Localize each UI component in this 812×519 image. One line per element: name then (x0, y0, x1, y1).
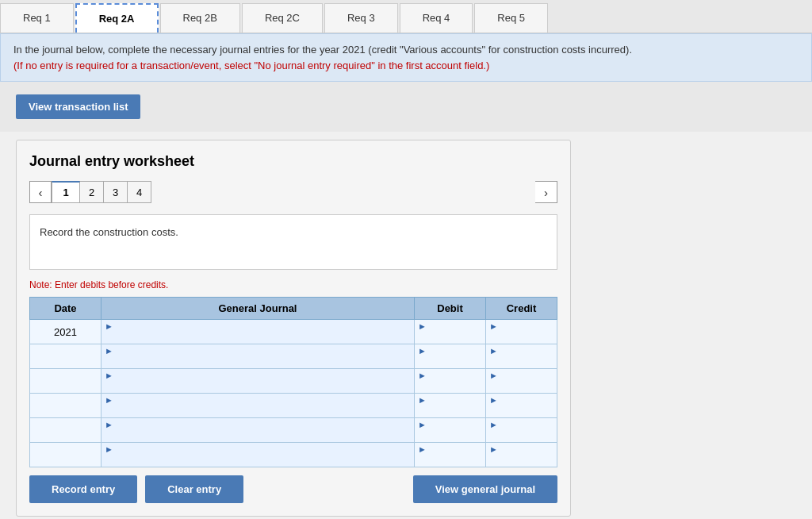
cell-arrow-icon: ► (105, 371, 113, 380)
cell-arrow-icon: ► (418, 371, 427, 380)
credit-input-2[interactable] (489, 356, 553, 368)
note-text: Note: Enter debits before credits. (29, 279, 557, 290)
clear-entry-button[interactable]: Clear entry (145, 475, 243, 503)
tab-req3[interactable]: Req 3 (324, 3, 398, 33)
instruction-main-text: In the journal below, complete the neces… (13, 44, 632, 56)
journal-input-6[interactable] (105, 455, 411, 467)
date-cell-2 (30, 344, 102, 369)
date-cell-1: 2021 (30, 320, 102, 344)
view-transaction-list-button[interactable]: View transaction list (16, 94, 140, 119)
debit-cell-4[interactable]: ► (415, 394, 486, 418)
credit-input-3[interactable] (489, 381, 553, 393)
journal-cell-1[interactable]: ► (102, 320, 415, 344)
credit-input-5[interactable] (489, 430, 553, 442)
table-row: ► ► ► (30, 369, 557, 394)
journal-cell-5[interactable]: ► (102, 418, 415, 443)
page-2[interactable]: 2 (80, 181, 104, 203)
cell-arrow-icon: ► (418, 444, 427, 454)
credit-cell-2[interactable]: ► (486, 344, 557, 369)
main-content: Journal entry worksheet ‹ 1 2 3 4 › Reco… (0, 132, 812, 519)
date-cell-4 (30, 394, 102, 418)
col-header-credit: Credit (486, 298, 557, 320)
view-general-journal-button[interactable]: View general journal (413, 475, 557, 503)
debit-input-4[interactable] (418, 406, 482, 417)
cell-arrow-icon: ► (105, 321, 113, 331)
cell-arrow-icon: ► (418, 395, 427, 405)
col-header-date: Date (30, 298, 102, 320)
credit-cell-3[interactable]: ► (486, 369, 557, 394)
debit-cell-1[interactable]: ► (415, 320, 486, 344)
tab-req2a[interactable]: Req 2A (75, 3, 159, 33)
tab-req2b[interactable]: Req 2B (160, 3, 240, 33)
tab-req2c[interactable]: Req 2C (242, 3, 323, 33)
date-value-1: 2021 (54, 326, 77, 338)
debit-input-2[interactable] (418, 356, 482, 368)
cell-arrow-icon: ► (105, 444, 113, 454)
col-header-debit: Debit (415, 298, 486, 320)
credit-input-4[interactable] (489, 406, 553, 417)
journal-table: Date General Journal Debit Credit 2021 ► (29, 297, 557, 467)
journal-input-5[interactable] (105, 430, 411, 442)
debit-input-6[interactable] (418, 455, 482, 467)
cell-arrow-icon: ► (105, 346, 113, 356)
page-1[interactable]: 1 (52, 181, 80, 203)
table-row: ► ► ► (30, 394, 557, 418)
credit-cell-5[interactable]: ► (486, 418, 557, 443)
description-box: Record the construction costs. (29, 214, 557, 270)
cell-arrow-icon: ► (418, 346, 427, 356)
debit-input-1[interactable] (418, 332, 482, 344)
debit-cell-6[interactable]: ► (415, 443, 486, 467)
next-page-button[interactable]: › (535, 181, 557, 203)
cell-arrow-icon: ► (418, 321, 427, 331)
journal-cell-4[interactable]: ► (102, 394, 415, 418)
journal-input-1[interactable] (105, 332, 411, 344)
debit-cell-3[interactable]: ► (415, 369, 486, 394)
description-text: Record the construction costs. (40, 226, 178, 238)
tab-req5[interactable]: Req 5 (474, 3, 548, 33)
page-navigation: ‹ 1 2 3 4 › (29, 181, 557, 203)
prev-page-button[interactable]: ‹ (29, 181, 52, 203)
cell-arrow-icon: ► (418, 420, 427, 429)
credit-cell-1[interactable]: ► (486, 320, 557, 344)
page-4[interactable]: 4 (128, 181, 151, 203)
page-3[interactable]: 3 (104, 181, 128, 203)
journal-cell-3[interactable]: ► (102, 369, 415, 394)
credit-input-6[interactable] (489, 455, 553, 467)
journal-cell-6[interactable]: ► (102, 443, 415, 467)
record-entry-button[interactable]: Record entry (29, 475, 137, 503)
cell-arrow-icon: ► (489, 321, 498, 331)
worksheet-title: Journal entry worksheet (29, 153, 557, 170)
cell-arrow-icon: ► (489, 420, 498, 429)
table-row: 2021 ► ► ► (30, 320, 557, 344)
journal-cell-2[interactable]: ► (102, 344, 415, 369)
cell-arrow-icon: ► (489, 444, 498, 454)
instruction-banner: In the journal below, complete the neces… (0, 33, 812, 82)
cell-arrow-icon: ► (489, 346, 498, 356)
tab-req1[interactable]: Req 1 (0, 3, 74, 33)
cell-arrow-icon: ► (105, 420, 113, 429)
date-cell-6 (30, 443, 102, 467)
debit-input-3[interactable] (418, 381, 482, 393)
table-row: ► ► ► (30, 344, 557, 369)
date-cell-3 (30, 369, 102, 394)
credit-cell-4[interactable]: ► (486, 394, 557, 418)
credit-cell-6[interactable]: ► (486, 443, 557, 467)
tab-req4[interactable]: Req 4 (400, 3, 473, 33)
journal-input-3[interactable] (105, 381, 411, 393)
col-header-journal: General Journal (102, 298, 415, 320)
cell-arrow-icon: ► (489, 371, 498, 380)
date-cell-5 (30, 418, 102, 443)
tab-bar: Req 1 Req 2A Req 2B Req 2C Req 3 Req 4 R… (0, 0, 812, 33)
journal-input-4[interactable] (105, 406, 411, 417)
debit-cell-5[interactable]: ► (415, 418, 486, 443)
instruction-red-text: (If no entry is required for a transacti… (13, 60, 489, 71)
table-row: ► ► ► (30, 443, 557, 467)
worksheet-panel: Journal entry worksheet ‹ 1 2 3 4 › Reco… (16, 140, 571, 517)
credit-input-1[interactable] (489, 332, 553, 344)
bottom-buttons: Record entry Clear entry View general jo… (29, 467, 557, 503)
debit-cell-2[interactable]: ► (415, 344, 486, 369)
debit-input-5[interactable] (418, 430, 482, 442)
cell-arrow-icon: ► (489, 395, 498, 405)
journal-input-2[interactable] (105, 356, 411, 368)
cell-arrow-icon: ► (105, 395, 113, 405)
